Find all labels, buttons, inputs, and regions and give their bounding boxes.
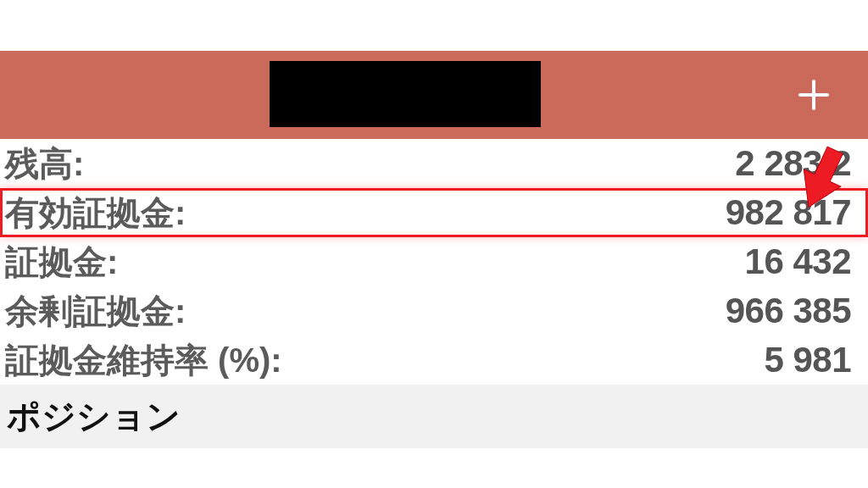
margin-level-row: 証拠金維持率 (%): 5 981 xyxy=(0,336,868,385)
equity-row: 有効証拠金: 982 817 xyxy=(0,188,868,237)
free-margin-label: 余剰証拠金: xyxy=(5,286,186,336)
margin-level-value: 5 981 xyxy=(764,336,851,385)
account-header-bar xyxy=(0,51,868,139)
positions-section-header: ポジション xyxy=(0,385,868,448)
margin-label: 証拠金: xyxy=(5,237,118,286)
balance-value: 2 283 2 xyxy=(735,139,851,188)
account-summary-list: 残高: 2 283 2 有効証拠金: 982 817 証拠金: 16 432 余… xyxy=(0,139,868,385)
free-margin-row: 余剰証拠金: 966 385 xyxy=(0,286,868,336)
margin-value: 16 432 xyxy=(745,237,851,286)
top-gap xyxy=(0,0,868,51)
redacted-account-title xyxy=(270,61,541,127)
balance-row: 残高: 2 283 2 xyxy=(0,139,868,188)
margin-row: 証拠金: 16 432 xyxy=(0,237,868,286)
margin-level-label: 証拠金維持率 (%): xyxy=(5,336,282,385)
equity-label: 有効証拠金: xyxy=(5,188,186,237)
positions-label: ポジション xyxy=(7,397,181,435)
add-button[interactable] xyxy=(797,78,831,112)
balance-label: 残高: xyxy=(5,139,84,188)
equity-value: 982 817 xyxy=(726,188,851,237)
plus-icon xyxy=(797,78,831,112)
free-margin-value: 966 385 xyxy=(726,286,851,336)
